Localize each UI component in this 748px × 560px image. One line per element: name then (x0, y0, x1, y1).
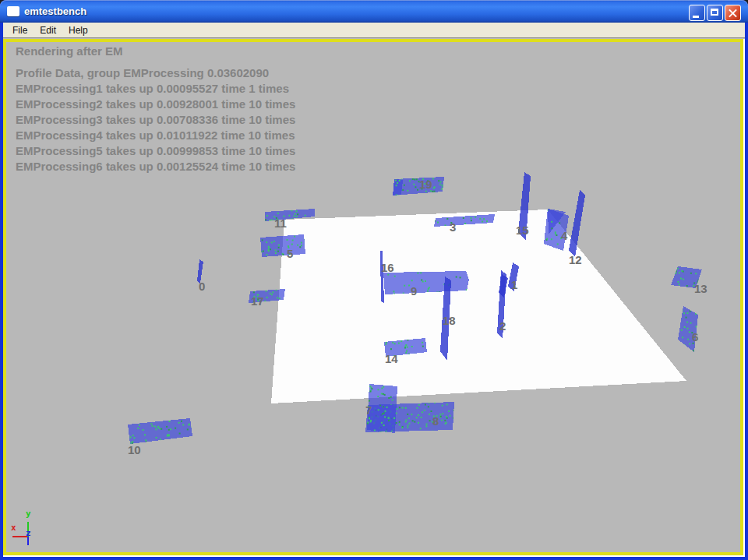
patch-label-1: 1 (511, 278, 517, 291)
axis-label-x: x (11, 523, 16, 533)
patch-label-2: 2 (499, 319, 506, 333)
patch-label-9: 9 (411, 284, 417, 298)
patch-label-3: 3 (450, 220, 456, 234)
patch-label-4: 4 (561, 229, 568, 242)
patch-label-7: 7 (365, 403, 372, 417)
titlebar[interactable]: emtestbench (0, 0, 748, 23)
patch-label-0: 0 (199, 280, 205, 293)
patch-label-18: 18 (443, 314, 456, 327)
patch-label-19: 19 (419, 178, 432, 191)
patch-label-5: 5 (287, 247, 293, 260)
menu-help[interactable]: Help (62, 23, 94, 37)
maximize-button[interactable] (707, 5, 723, 21)
titlebar-buttons (689, 5, 741, 21)
patch-label-14: 14 (385, 352, 398, 365)
app-icon (7, 6, 19, 16)
patch-label-15: 15 (516, 224, 529, 237)
patch-label-10: 10 (128, 443, 141, 456)
ground-plane (271, 210, 686, 403)
menu-file[interactable]: File (6, 23, 34, 37)
patch-label-12: 12 (569, 253, 582, 266)
menu-edit[interactable]: Edit (34, 23, 62, 37)
patch-9 (383, 271, 469, 294)
scene-svg[interactable]: 012345678910111213141516171819xyz (9, 42, 743, 552)
patch-label-17: 17 (251, 294, 264, 308)
app-window: emtestbench File Edit Help 0123456789101… (0, 0, 748, 560)
patch-label-6: 6 (692, 330, 698, 343)
patch-label-16: 16 (381, 261, 394, 274)
patch-19-shade (393, 179, 403, 195)
axis-label-z: z (26, 528, 31, 538)
patch-label-8: 8 (432, 414, 439, 428)
window-title: emtestbench (24, 5, 86, 17)
axis-label-y: y (26, 509, 31, 519)
menubar: File Edit Help (3, 23, 745, 38)
close-button[interactable] (725, 5, 741, 21)
patch-label-13: 13 (694, 282, 707, 295)
minimize-button[interactable] (689, 5, 705, 21)
screen: emtestbench File Edit Help 0123456789101… (0, 0, 748, 560)
patch-label-11: 11 (274, 217, 287, 230)
